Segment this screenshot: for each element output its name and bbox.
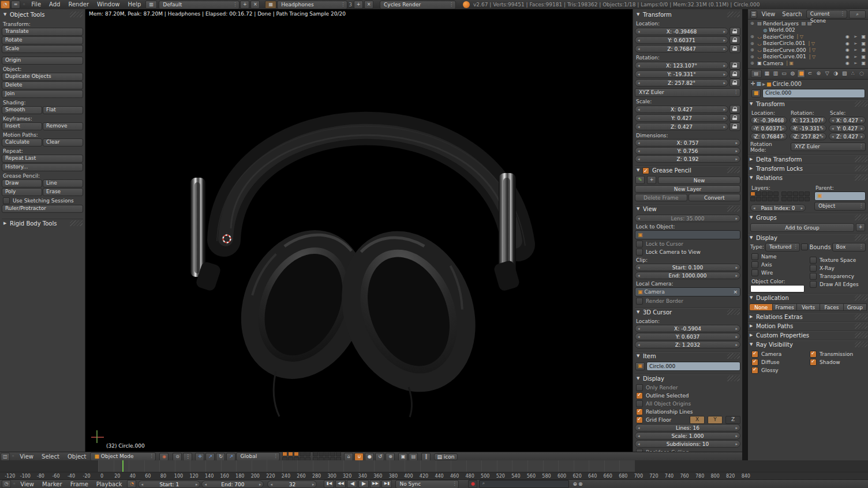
clear-paths-button[interactable]: Clear: [43, 138, 83, 147]
lock-icon[interactable]: [729, 105, 740, 114]
snap-rotate-icon[interactable]: ↺: [375, 453, 384, 461]
outliner-item-label[interactable]: BezierCircle.001: [763, 40, 806, 46]
collapse-menus-icon[interactable]: ◦: [13, 481, 16, 488]
tab-material[interactable]: ◑: [832, 69, 840, 78]
grid-z-toggle[interactable]: Z: [725, 416, 740, 424]
prop-loc-y[interactable]: Y: 0.60371: [750, 125, 787, 132]
flat-button[interactable]: Flat: [43, 106, 83, 114]
grease-pencil-checkbox[interactable]: [642, 167, 649, 174]
panel-view[interactable]: View: [635, 204, 740, 213]
panel-duplication[interactable]: Duplication: [748, 293, 868, 302]
tab-world[interactable]: ◍: [789, 69, 797, 78]
scene-selector[interactable]: Headphones: [277, 1, 347, 9]
tab-render[interactable]: ▦: [763, 69, 771, 78]
origin-button[interactable]: Origin: [2, 57, 83, 65]
outliner-item-label[interactable]: Camera: [763, 61, 783, 66]
duplication-option[interactable]: Verts: [797, 303, 820, 311]
join-button[interactable]: Join: [2, 90, 83, 98]
prop-scale-x[interactable]: X: 0.427: [829, 117, 866, 124]
outliner-item-label[interactable]: RenderLayers: [763, 21, 799, 27]
prop-rot-x[interactable]: X: 123.107°: [790, 117, 826, 124]
scale-manipulator-icon[interactable]: ↗: [226, 453, 235, 461]
snap-target-icon[interactable]: ⊕: [386, 453, 395, 461]
timeline-menu[interactable]: Playback: [93, 481, 126, 488]
insert-keyframe-button[interactable]: Insert: [2, 122, 42, 130]
smooth-button[interactable]: Smooth: [2, 106, 42, 114]
delete-button[interactable]: Delete: [2, 81, 83, 89]
panel-custom-properties[interactable]: Custom Properties: [748, 331, 868, 340]
only-render-checkbox[interactable]: [636, 384, 643, 391]
ray-camera-checkbox[interactable]: [751, 351, 758, 358]
ray-transmission-checkbox[interactable]: [810, 351, 817, 358]
restrict-select-icon[interactable]: ➢: [854, 34, 858, 39]
duplication-option[interactable]: Group: [844, 303, 867, 311]
rotate-button[interactable]: Rotate: [2, 36, 83, 44]
lock-icon[interactable]: [729, 78, 740, 87]
topbar-menu[interactable]: Window: [93, 0, 124, 9]
panel-ray-visibility[interactable]: Ray Visibility: [748, 340, 868, 349]
breadcrumb-object-name[interactable]: Circle.000: [773, 81, 802, 87]
opengl-render-anim-icon[interactable]: ▤: [409, 453, 418, 461]
hide-icon[interactable]: ◉: [845, 41, 850, 46]
layer-grid-2[interactable]: [781, 192, 810, 201]
pause-icon[interactable]: ‖: [421, 453, 431, 461]
lock-camera-checkbox[interactable]: [636, 249, 643, 256]
render-border-checkbox[interactable]: [636, 298, 643, 305]
duplication-option[interactable]: Faces: [820, 303, 843, 311]
calculate-paths-button[interactable]: Calculate: [2, 138, 42, 147]
region-divider[interactable]: [742, 9, 748, 460]
panel-display[interactable]: Display: [635, 374, 740, 383]
restrict-render-icon[interactable]: ▣: [861, 41, 866, 46]
panel-props-display[interactable]: Display: [748, 233, 868, 242]
delete-keyframe-icon[interactable]: ⊗: [578, 481, 583, 488]
outliner-item-label[interactable]: BezierCurve.001: [763, 54, 806, 59]
rot-z-field[interactable]: Z: 257.82°: [635, 79, 728, 87]
outliner-menu[interactable]: Search: [779, 10, 805, 18]
scene-icon[interactable]: ▦: [265, 1, 276, 9]
prop-loc-x[interactable]: X: -0.39468: [750, 117, 787, 124]
duplicate-objects-button[interactable]: Duplicate Objects: [2, 73, 83, 81]
grid-scale-field[interactable]: Scale: 1.000: [635, 432, 740, 440]
ruler-protractor-button[interactable]: Ruler/Protractor: [2, 205, 83, 213]
add-to-group-button[interactable]: Add to Group: [750, 223, 854, 232]
rotation-mode-dropdown[interactable]: XYZ Euler: [635, 88, 740, 97]
prop-loc-z[interactable]: Z: 0.76847: [750, 133, 787, 140]
pass-index-field[interactable]: Pass Index: 0: [750, 204, 806, 212]
keying-set-field[interactable]: ⌕: [479, 480, 569, 488]
grid-subdivisions-field[interactable]: Subdivisions: 10: [635, 440, 740, 448]
viewport-editor-icon[interactable]: ◫: [1, 453, 10, 461]
name-checkbox[interactable]: [751, 253, 758, 260]
clip-start-field[interactable]: Start: 0.100: [635, 264, 740, 271]
add-scene-button[interactable]: +: [354, 1, 363, 9]
new-group-icon[interactable]: +: [856, 223, 865, 231]
dim-z-field[interactable]: Z: 0.192: [635, 155, 740, 163]
panel-motion-paths[interactable]: Motion Paths: [748, 321, 868, 331]
clear-camera-icon[interactable]: ×: [733, 288, 738, 296]
draw-type-dropdown[interactable]: Textured: [765, 243, 800, 251]
timeline-editor-icon[interactable]: ◷: [2, 480, 11, 488]
icon-addon-button[interactable]: ▤ icon: [434, 453, 457, 460]
panel-props-transform[interactable]: Transform: [748, 99, 868, 108]
properties-editor-icon[interactable]: ▤: [751, 70, 762, 78]
restrict-select-icon[interactable]: ➢: [854, 41, 858, 46]
panel-transform-locks[interactable]: Transform Locks: [748, 164, 868, 173]
panel-rigid-body-tools[interactable]: Rigid Body Tools: [2, 219, 83, 228]
panel-groups[interactable]: Groups: [748, 213, 868, 222]
lock-icon[interactable]: [729, 27, 740, 36]
gp-line-button[interactable]: Line: [43, 179, 83, 187]
relationship-lines-checkbox[interactable]: [636, 408, 643, 415]
delete-scene-button[interactable]: ×: [364, 1, 373, 9]
viewport-menu[interactable]: Object: [63, 453, 91, 461]
restrict-render-icon[interactable]: ▣: [861, 54, 866, 59]
editor-type-icon[interactable]: ≡: [11, 1, 20, 9]
timeline-track[interactable]: [0, 460, 868, 472]
lens-field[interactable]: Lens: 35.000: [635, 215, 740, 222]
outliner-item-label[interactable]: World.002: [769, 27, 795, 33]
restrict-render-icon[interactable]: ▣: [861, 34, 866, 39]
timeline-menu[interactable]: Marker: [39, 481, 66, 488]
bounds-checkbox[interactable]: [801, 243, 808, 250]
repeat-last-button[interactable]: Repeat Last: [2, 155, 83, 163]
ray-diffuse-checkbox[interactable]: [751, 359, 758, 366]
viewport-menu[interactable]: View: [16, 453, 38, 461]
object-color-swatch[interactable]: [750, 285, 805, 292]
